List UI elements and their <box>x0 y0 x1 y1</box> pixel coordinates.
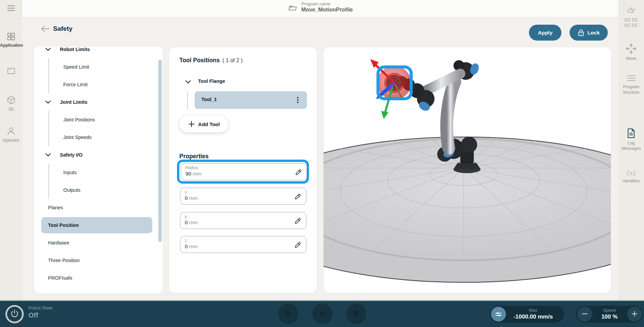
robot-state: Robot State Off <box>28 305 52 319</box>
program-info[interactable]: Program name Move_MotionProfile <box>288 1 353 13</box>
tree-item-outputs[interactable]: Outputs <box>34 181 163 199</box>
hand-icon <box>626 6 636 16</box>
log-messages-label: Log Messages <box>620 141 643 151</box>
grid-icon <box>7 32 16 41</box>
tree-item-inputs[interactable]: Inputs <box>34 164 163 181</box>
variables-label: Variables <box>618 179 644 184</box>
operator-label: Operator <box>0 138 22 143</box>
tool-1-item[interactable]: Tool_1 <box>195 91 307 109</box>
play-icon <box>284 309 292 318</box>
sidebar-item-application[interactable]: Application <box>0 32 22 48</box>
page-header: Safety Apply Lock <box>22 18 618 41</box>
robot-3d-view[interactable] <box>324 47 611 293</box>
z-field[interactable]: z 0mm <box>180 236 306 253</box>
edit-pencil-icon[interactable] <box>294 168 303 176</box>
robot-state-label: Robot State <box>28 305 52 310</box>
cube-icon <box>6 95 16 105</box>
speed-pill: Speed 100 % <box>576 306 643 323</box>
robot-state-value: Off <box>28 311 52 319</box>
sidebar-item-3d[interactable]: 3D <box>0 95 22 112</box>
chevron-down-icon <box>44 151 52 159</box>
tree-item-profisafe[interactable]: PROFIsafe <box>34 269 163 287</box>
tool-flange-group[interactable]: Tool Flange <box>169 76 317 87</box>
chevron-down-icon <box>44 98 52 106</box>
tool-positions-panel: Tool Positions( 1 of 2 ) Tool Flange Too… <box>169 47 317 293</box>
tree-scrollbar[interactable] <box>158 60 162 242</box>
open-folder-icon <box>288 3 297 12</box>
tree-group-safety-io[interactable]: Safety I/O <box>34 146 163 164</box>
tree-item-joint-positions[interactable]: Joint Positions <box>34 111 163 129</box>
power-icon <box>10 309 19 318</box>
plus-icon <box>188 121 195 127</box>
footer-bar: Robot State Off Max <box>0 301 644 327</box>
tree-item-joint-speeds[interactable]: Joint Speeds <box>34 129 163 146</box>
tree-group-joint-limits[interactable]: Joint Limits <box>34 93 163 111</box>
lock-button-label: Lock <box>587 30 600 36</box>
tree-item-planes[interactable]: Planes <box>34 199 163 216</box>
sidebar-item-log-messages[interactable]: Log Messages <box>618 128 644 151</box>
program-name-value: Move_MotionProfile <box>301 7 353 13</box>
tree-item-three-position[interactable]: Three Position <box>34 252 163 269</box>
hamburger-menu-button[interactable] <box>0 4 22 14</box>
tree-item-hardware[interactable]: Hardware <box>34 234 163 252</box>
max-speed-pill: Max -1000.00 mm/s <box>490 306 564 323</box>
speed-decrease-button[interactable] <box>577 307 592 322</box>
variables-icon: {x} <box>618 170 644 177</box>
sidebar-item-move[interactable]: Move <box>618 43 644 62</box>
add-tool-label: Add Tool <box>198 121 220 127</box>
sidebar-item-jog[interactable]: CC CC CC CC <box>618 6 644 28</box>
sidebar-item-operator[interactable]: Operator <box>0 126 22 143</box>
tree-group-robot-limits[interactable]: Robot Limits <box>34 47 163 58</box>
chevron-down-icon <box>44 47 52 53</box>
speed-label: Speed <box>594 308 625 313</box>
top-bar: Program name Move_MotionProfile <box>22 0 618 18</box>
step-button[interactable] <box>312 304 333 324</box>
sidebar-item-variables[interactable]: {x} Variables <box>618 170 644 184</box>
speed-readout: Speed 100 % <box>594 308 625 320</box>
edit-pencil-icon[interactable] <box>294 192 302 201</box>
right-tool-rail: CC CC CC CC Move Prog <box>618 0 644 301</box>
power-button[interactable] <box>5 305 24 323</box>
sidebar-item-program-structure[interactable]: Program structure <box>618 74 644 95</box>
properties-title: Properties <box>179 153 209 160</box>
document-icon <box>626 128 636 139</box>
3d-label: 3D <box>0 107 22 112</box>
max-speed-readout: Max -1000.00 mm/s <box>507 308 559 320</box>
speed-increase-button[interactable] <box>627 307 642 322</box>
play-button[interactable] <box>278 304 298 324</box>
edit-pencil-icon[interactable] <box>294 217 302 225</box>
minus-icon <box>581 310 589 318</box>
tree-item-tool-position[interactable]: Tool Position <box>34 216 163 234</box>
sidebar-item-screen[interactable] <box>0 67 22 77</box>
cc-label-line2: CC CC <box>618 23 644 28</box>
person-icon <box>6 126 16 136</box>
apply-button[interactable]: Apply <box>529 25 561 41</box>
max-label: Max <box>507 308 559 313</box>
speed-settings-button[interactable] <box>491 307 506 322</box>
add-tool-button[interactable]: Add Tool <box>179 116 228 133</box>
plus-icon <box>631 310 638 318</box>
left-nav-rail: Application 3D Ope <box>0 0 22 301</box>
speed-value: 100 % <box>594 313 625 320</box>
kebab-menu-icon[interactable] <box>293 95 303 105</box>
lock-button[interactable]: Lock <box>570 25 608 41</box>
stop-button[interactable] <box>346 304 367 324</box>
edit-pencil-icon[interactable] <box>294 241 302 249</box>
list-icon <box>626 74 636 83</box>
safety-tree-panel: Robot Limits Speed Limit Force Limit Joi… <box>34 47 163 294</box>
page-title: Safety <box>53 25 72 32</box>
program-name-label: Program name <box>301 1 353 6</box>
tree-item-force-limit[interactable]: Force Limit <box>34 76 163 93</box>
radius-field-highlight: Radius 90mm <box>177 160 309 184</box>
skip-icon <box>318 309 327 318</box>
stop-icon <box>353 310 360 317</box>
polyscope-app: Application 3D Ope <box>0 0 644 327</box>
back-arrow-button[interactable] <box>40 24 50 33</box>
radius-field[interactable]: Radius 90mm <box>181 163 307 180</box>
x-field[interactable]: x 0mm <box>180 188 306 205</box>
tree-item-speed-limit[interactable]: Speed Limit <box>34 58 163 76</box>
tree-connector-line <box>187 91 188 110</box>
y-field[interactable]: y 0mm <box>180 212 306 229</box>
floor-grid <box>324 78 611 282</box>
window-icon <box>7 67 16 75</box>
